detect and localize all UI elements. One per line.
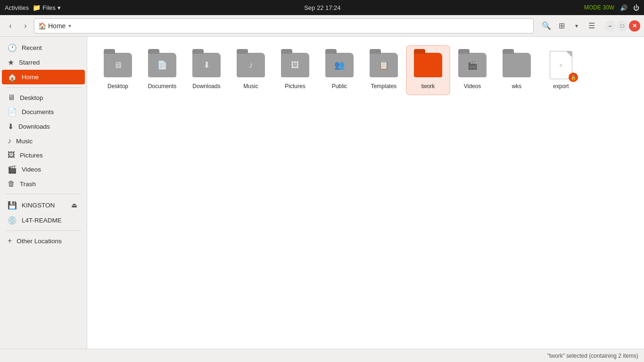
path-bar[interactable]: 🏠 Home ▾ bbox=[34, 18, 534, 33]
folder-icon: 📁 bbox=[33, 4, 41, 11]
file-icon-downloads: ⬇ bbox=[191, 50, 222, 80]
folder-desktop: 🖥 bbox=[104, 53, 132, 77]
sidebar-item-documents[interactable]: 📄 Documents bbox=[2, 105, 85, 119]
folder-twork bbox=[414, 53, 442, 77]
sidebar-item-desktop[interactable]: 🖥 Desktop bbox=[2, 90, 85, 105]
titlebar: ‹ › 🏠 Home ▾ 🔍 ⊞ ▾ ☰ – □ ✕ bbox=[0, 15, 644, 37]
eject-button[interactable]: ⏏ bbox=[69, 200, 79, 210]
view-button[interactable]: ⊞ bbox=[554, 19, 569, 33]
back-button[interactable]: ‹ bbox=[4, 19, 17, 33]
sidebar-label-trash: Trash bbox=[20, 181, 79, 188]
file-name-desktop: Desktop bbox=[107, 83, 128, 90]
files-menu-arrow: ▾ bbox=[58, 4, 61, 11]
sidebar-item-other-locations[interactable]: + Other Locations bbox=[2, 234, 85, 248]
pictures-icon: 🖼 bbox=[8, 151, 15, 159]
file-icon-twork bbox=[413, 50, 443, 80]
folder-templates: 📋 bbox=[370, 53, 398, 77]
desktop-icon: 🖥 bbox=[8, 93, 15, 102]
topbar-center: Sep 22 17:24 bbox=[304, 4, 340, 11]
templates-emblem: 📋 bbox=[379, 60, 389, 70]
videos-emblem: 🎬 bbox=[467, 60, 478, 70]
file-icon-documents: 📄 bbox=[147, 50, 177, 80]
sidebar-label-downloads: Downloads bbox=[18, 123, 79, 130]
sidebar-divider-3 bbox=[6, 230, 81, 231]
folder-wks bbox=[503, 53, 531, 77]
documents-icon: 📄 bbox=[8, 107, 17, 116]
sidebar-label-pictures: Pictures bbox=[20, 152, 79, 159]
kingston-icon: 💾 bbox=[8, 201, 17, 210]
topbar: Activities 📁 Files ▾ Sep 22 17:24 MODE 3… bbox=[0, 0, 644, 15]
trash-icon: 🗑 bbox=[8, 180, 15, 188]
sidebar-item-starred[interactable]: ★ Starred bbox=[2, 55, 85, 70]
file-item-desktop[interactable]: 🖥 Desktop bbox=[97, 46, 139, 94]
lock-badge: 🔒 bbox=[569, 73, 578, 82]
path-text: Home bbox=[48, 22, 66, 30]
file-icon-desktop: 🖥 bbox=[103, 50, 133, 80]
main-area: 🕐 Recent ★ Starred 🏠 Home 🖥 Desktop bbox=[0, 37, 644, 349]
documents-emblem: 📄 bbox=[157, 60, 167, 70]
titlebar-right: 🔍 ⊞ ▾ ☰ bbox=[539, 19, 599, 33]
downloads-emblem: ⬇ bbox=[203, 60, 210, 70]
search-button[interactable]: 🔍 bbox=[539, 19, 553, 33]
files-menu-label: Files bbox=[42, 4, 55, 11]
sidebar-label-videos: Videos bbox=[22, 166, 79, 173]
folder-videos: 🎬 bbox=[458, 53, 487, 77]
file-item-downloads[interactable]: ⬇ Downloads bbox=[185, 46, 228, 94]
file-name-pictures: Pictures bbox=[285, 83, 305, 90]
folder-documents: 📄 bbox=[148, 53, 176, 77]
file-name-public: Public bbox=[332, 83, 347, 90]
forward-button[interactable]: › bbox=[19, 19, 32, 33]
sidebar-label-other-locations: Other Locations bbox=[17, 238, 79, 245]
maximize-button[interactable]: □ bbox=[617, 20, 628, 32]
file-lines-icon: ≡ bbox=[560, 63, 562, 68]
menu-button[interactable]: ☰ bbox=[585, 19, 599, 33]
files-menu[interactable]: 📁 Files ▾ bbox=[33, 4, 60, 11]
view-dropdown-button[interactable]: ▾ bbox=[570, 19, 584, 33]
activities-button[interactable]: Activities bbox=[5, 4, 29, 11]
folder-pictures: 🖼 bbox=[281, 53, 309, 77]
topbar-right: MODE 30W 🔊 ⏻ bbox=[584, 4, 639, 11]
folder-public: 👥 bbox=[325, 53, 354, 77]
app-container: ‹ › 🏠 Home ▾ 🔍 ⊞ ▾ ☰ – □ ✕ 🕐 Recent bbox=[0, 15, 644, 362]
file-item-music[interactable]: ♪ Music bbox=[230, 46, 272, 94]
sidebar-item-home[interactable]: 🏠 Home bbox=[2, 70, 85, 84]
topbar-left: Activities 📁 Files ▾ bbox=[5, 4, 61, 11]
file-item-export[interactable]: ≡ 🔒 export bbox=[540, 46, 582, 94]
music-emblem: ♪ bbox=[249, 60, 253, 70]
recent-icon: 🕐 bbox=[8, 43, 17, 52]
file-icon-export: ≡ 🔒 bbox=[546, 50, 576, 80]
file-icon-pictures: 🖼 bbox=[280, 50, 310, 80]
sidebar-item-pictures[interactable]: 🖼 Pictures bbox=[2, 148, 85, 162]
file-item-documents[interactable]: 📄 Documents bbox=[141, 46, 183, 94]
file-name-wks: wks bbox=[512, 83, 522, 90]
downloads-icon: ⬇ bbox=[8, 122, 14, 131]
window-controls: – □ ✕ bbox=[604, 20, 640, 32]
sidebar-item-recent[interactable]: 🕐 Recent bbox=[2, 41, 85, 55]
sidebar: 🕐 Recent ★ Starred 🏠 Home 🖥 Desktop bbox=[0, 37, 87, 349]
starred-icon: ★ bbox=[8, 58, 14, 67]
sidebar-label-l4t: L4T-README bbox=[22, 217, 79, 224]
file-item-templates[interactable]: 📋 Templates bbox=[363, 46, 405, 94]
file-item-pictures[interactable]: 🖼 Pictures bbox=[274, 46, 316, 94]
file-item-wks[interactable]: wks bbox=[495, 46, 538, 94]
sidebar-item-kingston[interactable]: 💾 KINGSTON ⏏ bbox=[2, 197, 85, 213]
file-item-public[interactable]: 👥 Public bbox=[318, 46, 361, 94]
minimize-button[interactable]: – bbox=[604, 20, 616, 32]
sidebar-item-downloads[interactable]: ⬇ Downloads bbox=[2, 119, 85, 134]
desktop-emblem: 🖥 bbox=[114, 60, 122, 70]
close-button[interactable]: ✕ bbox=[629, 20, 640, 32]
file-name-music: Music bbox=[243, 83, 258, 90]
file-name-documents: Documents bbox=[148, 83, 177, 90]
file-icon-templates: 📋 bbox=[369, 50, 399, 80]
file-item-twork[interactable]: twork bbox=[407, 46, 449, 94]
l4t-icon: 💿 bbox=[8, 216, 17, 225]
file-area[interactable]: 🖥 Desktop 📄 Documents ⬇ bbox=[87, 37, 644, 349]
sidebar-item-l4t[interactable]: 💿 L4T-README bbox=[2, 213, 85, 228]
sidebar-item-music[interactable]: ♪ Music bbox=[2, 134, 85, 148]
sidebar-item-videos[interactable]: 🎬 Videos bbox=[2, 162, 85, 177]
sidebar-item-trash[interactable]: 🗑 Trash bbox=[2, 177, 85, 191]
public-emblem: 👥 bbox=[334, 60, 345, 70]
sidebar-places: 🕐 Recent ★ Starred 🏠 Home 🖥 Desktop bbox=[0, 41, 87, 248]
other-locations-icon: + bbox=[8, 237, 12, 245]
file-item-videos[interactable]: 🎬 Videos bbox=[451, 46, 494, 94]
